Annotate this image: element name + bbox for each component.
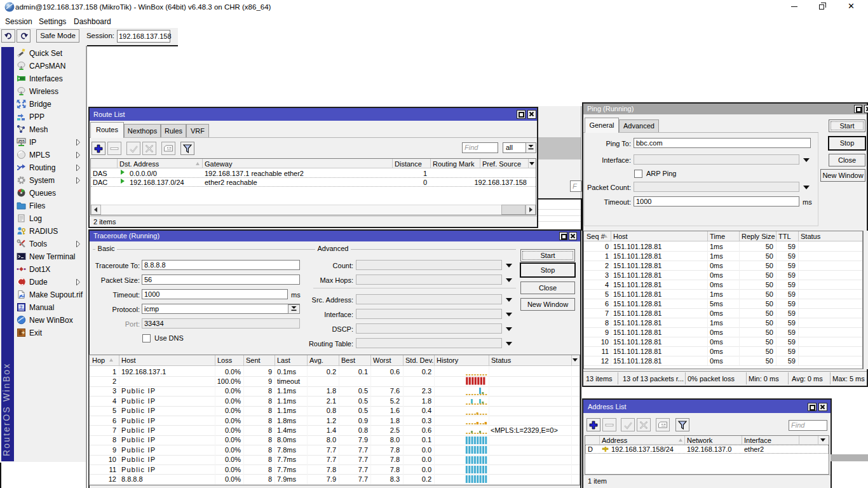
svg-text:?: ? <box>20 305 22 309</box>
svg-text:255: 255 <box>18 139 25 143</box>
